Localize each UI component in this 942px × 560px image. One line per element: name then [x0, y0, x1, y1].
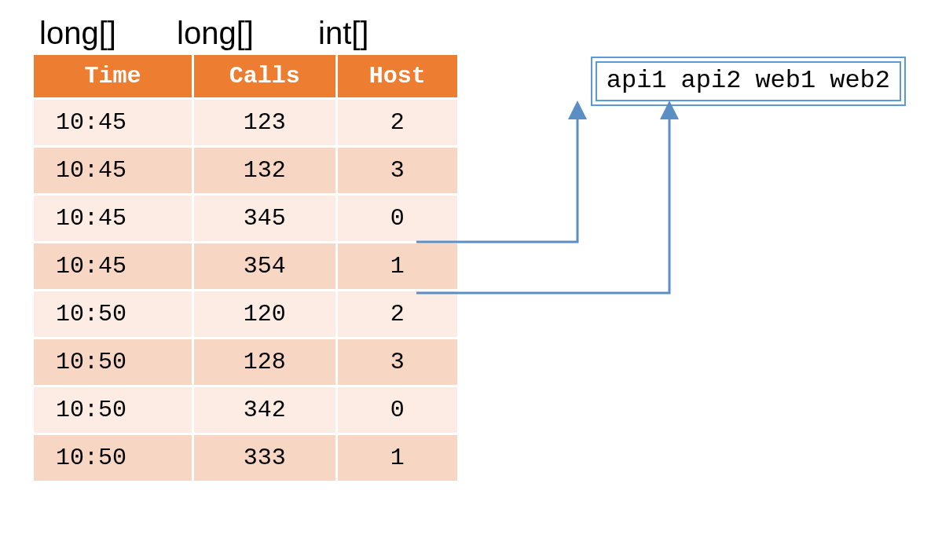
cell-host: 0	[338, 387, 457, 433]
cell-calls: 333	[194, 435, 335, 481]
type-label-time: long[]	[39, 16, 177, 51]
lookup-item: web1	[755, 66, 816, 95]
cell-host: 3	[338, 339, 457, 385]
type-label-host: int[]	[318, 16, 428, 51]
cell-calls: 132	[194, 148, 335, 193]
table-row: 10:50 128 3	[34, 339, 457, 385]
type-label-calls: long[]	[177, 16, 318, 51]
cell-time: 10:45	[34, 100, 192, 145]
cell-calls: 345	[194, 196, 335, 241]
table-row: 10:50 333 1	[34, 435, 457, 481]
column-header-calls: Calls	[194, 55, 335, 97]
lookup-item: web2	[830, 66, 890, 95]
lookup-item: api1	[607, 66, 667, 95]
cell-time: 10:50	[34, 435, 192, 481]
table-header-row: Time Calls Host	[34, 55, 457, 97]
column-header-host: Host	[338, 55, 457, 97]
cell-calls: 123	[194, 100, 335, 145]
cell-calls: 342	[194, 387, 335, 433]
cell-time: 10:45	[34, 243, 192, 289]
cell-host: 3	[338, 148, 457, 193]
cell-time: 10:50	[34, 387, 192, 433]
cell-calls: 128	[194, 339, 335, 385]
data-table: Time Calls Host 10:45 123 2 10:45 132 3 …	[31, 53, 460, 483]
table-row: 10:45 123 2	[34, 100, 457, 145]
table-row: 10:45 354 1	[34, 243, 457, 289]
type-labels-row: long[] long[] int[]	[39, 16, 926, 51]
table-row: 10:45 132 3	[34, 148, 457, 193]
cell-host: 2	[338, 291, 457, 337]
cell-host: 1	[338, 243, 457, 289]
cell-host: 0	[338, 196, 457, 241]
cell-calls: 120	[194, 291, 335, 337]
cell-time: 10:50	[34, 339, 192, 385]
cell-time: 10:45	[34, 196, 192, 241]
cell-calls: 354	[194, 243, 335, 289]
table-row: 10:45 345 0	[34, 196, 457, 241]
column-header-time: Time	[34, 55, 192, 97]
cell-time: 10:50	[34, 291, 192, 337]
cell-host: 2	[338, 100, 457, 145]
cell-host: 1	[338, 435, 457, 481]
lookup-item: api2	[681, 66, 742, 95]
host-lookup-box: api1 api2 web1 web2	[596, 61, 901, 101]
table-row: 10:50 342 0	[34, 387, 457, 433]
table-row: 10:50 120 2	[34, 291, 457, 337]
cell-time: 10:45	[34, 148, 192, 193]
host-lookup-items: api1 api2 web1 web2	[607, 66, 890, 95]
